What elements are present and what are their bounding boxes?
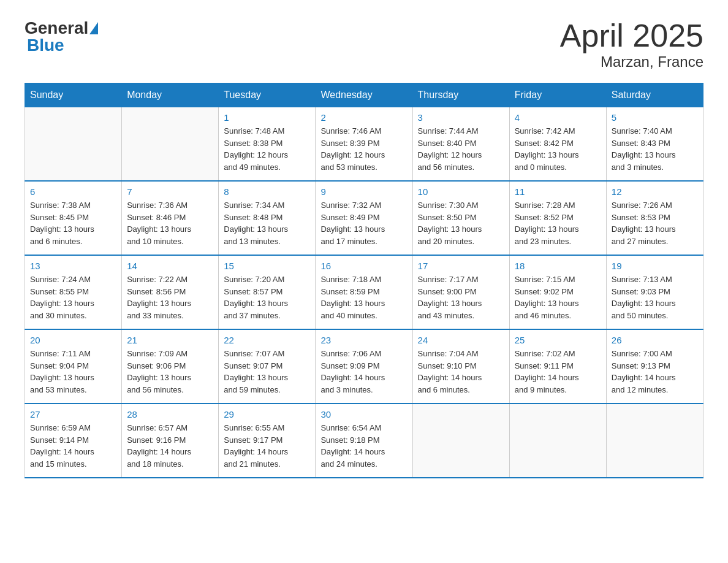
week-row-3: 13Sunrise: 7:24 AM Sunset: 8:55 PM Dayli… — [25, 255, 703, 329]
calendar-header: SundayMondayTuesdayWednesdayThursdayFrid… — [25, 83, 703, 107]
day-info: Sunrise: 7:18 AM Sunset: 8:59 PM Dayligh… — [320, 274, 407, 321]
day-info: Sunrise: 7:30 AM Sunset: 8:50 PM Dayligh… — [418, 199, 504, 247]
day-info: Sunrise: 7:22 AM Sunset: 8:56 PM Dayligh… — [127, 274, 213, 321]
day-cell: 12Sunrise: 7:26 AM Sunset: 8:53 PM Dayli… — [606, 181, 703, 255]
header-cell-thursday: Thursday — [412, 83, 509, 107]
day-info: Sunrise: 7:13 AM Sunset: 9:03 PM Dayligh… — [612, 274, 698, 321]
day-number: 24 — [418, 335, 504, 345]
day-cell — [509, 404, 606, 478]
logo-blue-text: Blue — [27, 36, 64, 55]
day-number: 3 — [418, 112, 504, 123]
day-cell — [412, 404, 509, 478]
header-cell-monday: Monday — [122, 83, 219, 107]
day-info: Sunrise: 6:57 AM Sunset: 9:16 PM Dayligh… — [127, 422, 213, 470]
day-cell: 5Sunrise: 7:40 AM Sunset: 8:43 PM Daylig… — [606, 107, 703, 182]
day-cell: 27Sunrise: 6:59 AM Sunset: 9:14 PM Dayli… — [25, 404, 122, 478]
day-cell — [606, 404, 703, 478]
day-info: Sunrise: 7:00 AM Sunset: 9:13 PM Dayligh… — [612, 348, 698, 396]
day-cell: 8Sunrise: 7:34 AM Sunset: 8:48 PM Daylig… — [219, 181, 316, 255]
day-info: Sunrise: 7:42 AM Sunset: 8:42 PM Dayligh… — [515, 125, 601, 173]
week-row-2: 6Sunrise: 7:38 AM Sunset: 8:45 PM Daylig… — [25, 181, 703, 255]
day-number: 13 — [30, 261, 116, 271]
title-block: April 2025 Marzan, France — [560, 18, 703, 71]
day-number: 4 — [515, 112, 601, 123]
page-location: Marzan, France — [560, 53, 703, 71]
day-info: Sunrise: 7:38 AM Sunset: 8:45 PM Dayligh… — [30, 199, 116, 247]
day-info: Sunrise: 7:24 AM Sunset: 8:55 PM Dayligh… — [30, 274, 116, 321]
logo: General Blue — [25, 18, 99, 55]
day-info: Sunrise: 7:36 AM Sunset: 8:46 PM Dayligh… — [127, 199, 213, 247]
day-info: Sunrise: 7:46 AM Sunset: 8:39 PM Dayligh… — [320, 125, 407, 173]
day-cell: 7Sunrise: 7:36 AM Sunset: 8:46 PM Daylig… — [122, 181, 219, 255]
day-number: 11 — [515, 186, 601, 197]
day-info: Sunrise: 7:04 AM Sunset: 9:10 PM Dayligh… — [418, 348, 504, 396]
day-number: 16 — [320, 261, 407, 271]
day-number: 6 — [30, 186, 116, 197]
day-number: 2 — [320, 112, 407, 123]
day-info: Sunrise: 7:26 AM Sunset: 8:53 PM Dayligh… — [612, 199, 698, 247]
logo-triangle-icon — [89, 22, 98, 34]
day-cell: 17Sunrise: 7:17 AM Sunset: 9:00 PM Dayli… — [412, 255, 509, 329]
day-info: Sunrise: 7:15 AM Sunset: 9:02 PM Dayligh… — [515, 274, 601, 321]
day-number: 9 — [320, 186, 407, 197]
header-cell-saturday: Saturday — [606, 83, 703, 107]
day-info: Sunrise: 7:40 AM Sunset: 8:43 PM Dayligh… — [612, 125, 698, 173]
day-number: 23 — [320, 335, 407, 345]
day-info: Sunrise: 7:32 AM Sunset: 8:49 PM Dayligh… — [320, 199, 407, 247]
day-cell: 16Sunrise: 7:18 AM Sunset: 8:59 PM Dayli… — [316, 255, 412, 329]
day-number: 1 — [224, 112, 310, 123]
day-cell: 9Sunrise: 7:32 AM Sunset: 8:49 PM Daylig… — [316, 181, 412, 255]
day-number: 18 — [515, 261, 601, 271]
day-number: 17 — [418, 261, 504, 271]
day-number: 27 — [30, 409, 116, 419]
day-cell: 1Sunrise: 7:48 AM Sunset: 8:38 PM Daylig… — [219, 107, 316, 182]
week-row-1: 1Sunrise: 7:48 AM Sunset: 8:38 PM Daylig… — [25, 107, 703, 182]
week-row-4: 20Sunrise: 7:11 AM Sunset: 9:04 PM Dayli… — [25, 329, 703, 404]
day-info: Sunrise: 6:54 AM Sunset: 9:18 PM Dayligh… — [320, 422, 407, 470]
day-cell: 23Sunrise: 7:06 AM Sunset: 9:09 PM Dayli… — [316, 329, 412, 404]
header-cell-wednesday: Wednesday — [316, 83, 412, 107]
day-number: 21 — [127, 335, 213, 345]
day-number: 20 — [30, 335, 116, 345]
day-cell: 14Sunrise: 7:22 AM Sunset: 8:56 PM Dayli… — [122, 255, 219, 329]
day-info: Sunrise: 7:07 AM Sunset: 9:07 PM Dayligh… — [224, 348, 310, 396]
header-row: SundayMondayTuesdayWednesdayThursdayFrid… — [25, 83, 703, 107]
day-cell: 2Sunrise: 7:46 AM Sunset: 8:39 PM Daylig… — [316, 107, 412, 182]
day-info: Sunrise: 7:06 AM Sunset: 9:09 PM Dayligh… — [320, 348, 407, 396]
day-number: 29 — [224, 409, 310, 419]
header-cell-tuesday: Tuesday — [219, 83, 316, 107]
day-cell: 11Sunrise: 7:28 AM Sunset: 8:52 PM Dayli… — [509, 181, 606, 255]
day-number: 14 — [127, 261, 213, 271]
day-info: Sunrise: 7:17 AM Sunset: 9:00 PM Dayligh… — [418, 274, 504, 321]
day-cell: 22Sunrise: 7:07 AM Sunset: 9:07 PM Dayli… — [219, 329, 316, 404]
day-cell: 21Sunrise: 7:09 AM Sunset: 9:06 PM Dayli… — [122, 329, 219, 404]
day-number: 25 — [515, 335, 601, 345]
day-cell: 28Sunrise: 6:57 AM Sunset: 9:16 PM Dayli… — [122, 404, 219, 478]
day-cell: 26Sunrise: 7:00 AM Sunset: 9:13 PM Dayli… — [606, 329, 703, 404]
day-cell: 30Sunrise: 6:54 AM Sunset: 9:18 PM Dayli… — [316, 404, 412, 478]
day-info: Sunrise: 7:44 AM Sunset: 8:40 PM Dayligh… — [418, 125, 504, 173]
calendar-body: 1Sunrise: 7:48 AM Sunset: 8:38 PM Daylig… — [25, 107, 703, 478]
day-cell: 19Sunrise: 7:13 AM Sunset: 9:03 PM Dayli… — [606, 255, 703, 329]
day-cell: 15Sunrise: 7:20 AM Sunset: 8:57 PM Dayli… — [219, 255, 316, 329]
day-cell: 13Sunrise: 7:24 AM Sunset: 8:55 PM Dayli… — [25, 255, 122, 329]
day-info: Sunrise: 7:11 AM Sunset: 9:04 PM Dayligh… — [30, 348, 116, 396]
day-number: 7 — [127, 186, 213, 197]
day-info: Sunrise: 7:02 AM Sunset: 9:11 PM Dayligh… — [515, 348, 601, 396]
day-cell: 6Sunrise: 7:38 AM Sunset: 8:45 PM Daylig… — [25, 181, 122, 255]
day-number: 26 — [612, 335, 698, 345]
day-cell: 3Sunrise: 7:44 AM Sunset: 8:40 PM Daylig… — [412, 107, 509, 182]
day-number: 19 — [612, 261, 698, 271]
day-info: Sunrise: 6:59 AM Sunset: 9:14 PM Dayligh… — [30, 422, 116, 470]
day-number: 12 — [612, 186, 698, 197]
day-cell — [25, 107, 122, 182]
header-cell-friday: Friday — [509, 83, 606, 107]
day-number: 28 — [127, 409, 213, 419]
day-info: Sunrise: 7:48 AM Sunset: 8:38 PM Dayligh… — [224, 125, 310, 173]
day-cell: 25Sunrise: 7:02 AM Sunset: 9:11 PM Dayli… — [509, 329, 606, 404]
page-title: April 2025 — [560, 18, 703, 53]
week-row-5: 27Sunrise: 6:59 AM Sunset: 9:14 PM Dayli… — [25, 404, 703, 478]
day-cell: 18Sunrise: 7:15 AM Sunset: 9:02 PM Dayli… — [509, 255, 606, 329]
day-number: 5 — [612, 112, 698, 123]
day-info: Sunrise: 7:09 AM Sunset: 9:06 PM Dayligh… — [127, 348, 213, 396]
